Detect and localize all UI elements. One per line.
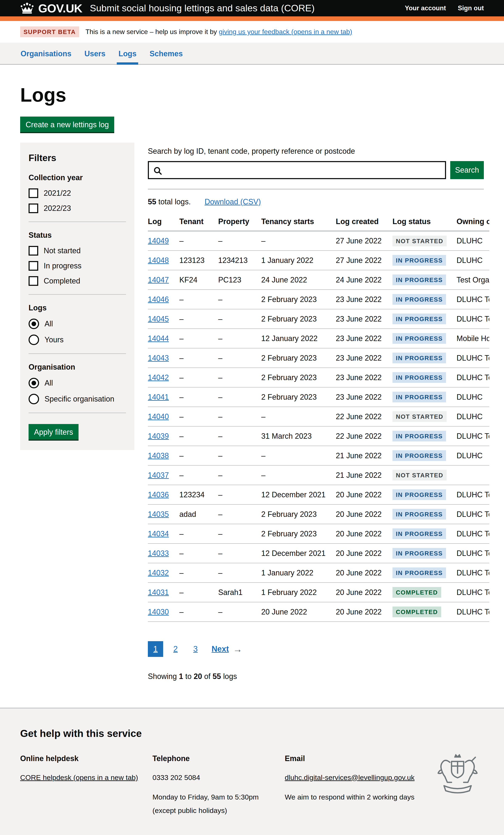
- table-row: 14045 – – 2 February 2023 23 June 2022 I…: [148, 309, 489, 329]
- log-id-link[interactable]: 14036: [148, 490, 169, 499]
- radio-organisation-all[interactable]: [28, 378, 39, 388]
- log-id-link[interactable]: 14046: [148, 295, 169, 304]
- checkbox-2021-22[interactable]: [28, 188, 38, 198]
- pagination-next-link[interactable]: Next: [211, 645, 229, 654]
- radio-label-logs-yours[interactable]: Yours: [44, 335, 64, 344]
- royal-coat-of-arms: [431, 753, 484, 798]
- log-id-link[interactable]: 14032: [148, 569, 169, 577]
- checkbox-label-2022-23[interactable]: 2022/23: [44, 204, 71, 213]
- create-lettings-log-button[interactable]: Create a new lettings log: [20, 117, 114, 132]
- pagination-page-2[interactable]: 2: [168, 641, 183, 657]
- checkbox-completed[interactable]: [28, 276, 38, 286]
- log-id-link[interactable]: 14045: [148, 314, 169, 323]
- log-created-cell: 20 June 2022: [336, 505, 392, 524]
- email-link[interactable]: dluhc.digital-services@levellingup.gov.u…: [285, 773, 415, 781]
- owning-organisation-cell: DLUHC Test: [457, 485, 489, 505]
- apply-filters-button[interactable]: Apply filters: [28, 424, 79, 440]
- page-title: Logs: [20, 84, 484, 106]
- nav-tab-schemes[interactable]: Schemes: [149, 43, 183, 64]
- filter-group-collection-year: Collection year 2021/22 2022/23: [28, 173, 126, 213]
- your-account-link[interactable]: Your account: [405, 4, 446, 12]
- tenant-cell: –: [179, 309, 218, 329]
- table-row: 14047 KF24 PC123 24 June 2022 24 June 20…: [148, 270, 489, 290]
- core-helpdesk-link[interactable]: CORE helpdesk (opens in a new tab): [20, 773, 138, 781]
- tenancy-starts-cell: –: [261, 407, 336, 426]
- checkbox-label-2021-22[interactable]: 2021/22: [44, 189, 71, 198]
- log-id-link[interactable]: 14034: [148, 529, 169, 538]
- nav-tab-logs[interactable]: Logs: [118, 43, 137, 64]
- log-id-link[interactable]: 14031: [148, 588, 169, 597]
- status-badge: IN PROGRESS: [392, 313, 446, 324]
- arrow-right-icon: →: [233, 644, 242, 654]
- log-id-link[interactable]: 14037: [148, 471, 169, 480]
- log-id-link[interactable]: 14035: [148, 510, 169, 518]
- log-id-link[interactable]: 14033: [148, 549, 169, 557]
- log-id-link[interactable]: 14042: [148, 373, 169, 382]
- log-id-link[interactable]: 14048: [148, 256, 169, 265]
- checkbox-label-in-progress[interactable]: In progress: [44, 262, 81, 270]
- property-cell: –: [218, 505, 261, 524]
- radio-logs-all[interactable]: [28, 319, 39, 329]
- property-cell: –: [218, 465, 261, 485]
- status-badge: COMPLETED: [392, 607, 441, 617]
- checkbox-in-progress[interactable]: [28, 261, 38, 271]
- tenancy-starts-cell: 1 February 2022: [261, 583, 336, 602]
- checkbox-label-completed[interactable]: Completed: [44, 277, 80, 285]
- service-name-link[interactable]: Submit social housing lettings and sales…: [90, 3, 315, 14]
- log-id-link[interactable]: 14047: [148, 276, 169, 284]
- footer: Get help with this service Online helpde…: [0, 708, 504, 835]
- log-created-cell: 23 June 2022: [336, 348, 392, 368]
- radio-label-logs-all[interactable]: All: [44, 320, 53, 328]
- telephone-hours-note: (except public holidays): [153, 806, 285, 816]
- table-row: 14038 – – – 21 June 2022 IN PROGRESS DLU…: [148, 446, 489, 465]
- log-id-link[interactable]: 14044: [148, 334, 169, 343]
- log-id-link[interactable]: 14043: [148, 354, 169, 362]
- feedback-link[interactable]: giving us your feedback (opens in a new …: [219, 28, 352, 36]
- table-row: 14037 – – – 21 June 2022 NOT STARTED: [148, 465, 489, 485]
- collection-year-legend: Collection year: [28, 173, 126, 182]
- table-row: 14043 – – 2 February 2023 23 June 2022 I…: [148, 348, 489, 368]
- radio-label-organisation-all[interactable]: All: [44, 379, 53, 387]
- tenancy-starts-cell: –: [261, 231, 336, 250]
- radio-label-specific-organisation[interactable]: Specific organisation: [44, 394, 114, 403]
- log-id-link[interactable]: 14039: [148, 432, 169, 441]
- status-badge: IN PROGRESS: [392, 450, 446, 461]
- telephone-hours: Monday to Friday, 9am to 5:30pm: [153, 792, 285, 802]
- govuk-logo[interactable]: GOV.UK: [38, 1, 82, 15]
- nav-tab-organisations[interactable]: Organisations: [20, 43, 72, 64]
- tenant-cell: –: [179, 348, 218, 368]
- online-helpdesk-heading: Online helpdesk: [20, 753, 153, 764]
- nav-tab-users[interactable]: Users: [84, 43, 106, 64]
- owning-organisation-cell: DLUHC Test: [457, 524, 489, 544]
- search-button[interactable]: Search: [450, 161, 484, 179]
- log-id-link[interactable]: 14049: [148, 237, 169, 245]
- log-id-link[interactable]: 14041: [148, 393, 169, 401]
- owning-organisation-cell: DLUHC Test: [457, 602, 489, 622]
- pagination-page-3[interactable]: 3: [188, 641, 203, 657]
- log-created-cell: 23 June 2022: [336, 387, 392, 407]
- log-id-link[interactable]: 14038: [148, 451, 169, 460]
- crown-icon: [20, 2, 34, 14]
- log-id-link[interactable]: 14040: [148, 412, 169, 421]
- sign-out-link[interactable]: Sign out: [458, 4, 484, 12]
- status-badge: IN PROGRESS: [392, 333, 446, 344]
- support-beta-tag: SUPPORT BETA: [20, 26, 79, 37]
- filters-panel: Filters Collection year 2021/22 2022/23 …: [20, 143, 135, 450]
- search-input[interactable]: [165, 163, 443, 177]
- radio-logs-yours[interactable]: [28, 334, 39, 345]
- checkbox-2022-23[interactable]: [28, 204, 38, 213]
- status-badge: IN PROGRESS: [392, 294, 446, 305]
- pagination-page-1[interactable]: 1: [148, 641, 163, 657]
- download-csv-link[interactable]: Download (CSV): [204, 198, 261, 206]
- radio-specific-organisation[interactable]: [28, 394, 39, 404]
- property-cell: PC123: [218, 270, 261, 290]
- col-header-owning-organisation: Owning organisation: [457, 212, 489, 231]
- checkbox-label-not-started[interactable]: Not started: [44, 246, 81, 255]
- summary-from: 1: [179, 672, 183, 681]
- log-created-cell: 23 June 2022: [336, 290, 392, 309]
- log-id-link[interactable]: 14030: [148, 608, 169, 616]
- owning-organisation-cell: DLUHC: [457, 387, 489, 407]
- owning-organisation-cell: DLUHC Test: [457, 309, 489, 329]
- search-icon: [153, 166, 163, 176]
- checkbox-not-started[interactable]: [28, 246, 38, 256]
